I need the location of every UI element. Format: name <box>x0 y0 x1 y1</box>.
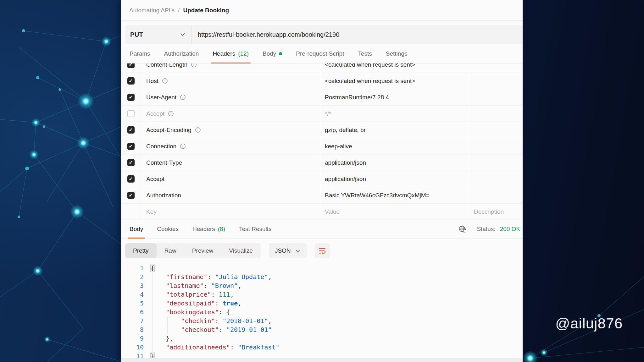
header-key-cell[interactable]: Connection <box>141 138 320 154</box>
header-checkbox[interactable]: ✓ <box>127 77 135 85</box>
tab-body[interactable]: Body <box>263 44 282 63</box>
header-key-text: Accept <box>146 110 164 117</box>
header-key-cell[interactable]: Content-Type <box>141 155 320 171</box>
tab-settings[interactable]: Settings <box>386 44 408 63</box>
header-value-cell[interactable]: <calculated when request is sent> <box>320 73 469 89</box>
line-number: 5 <box>121 299 144 308</box>
header-row: ✓Host<calculated when request is sent> <box>121 73 523 89</box>
header-checkbox[interactable]: ✓ <box>127 159 135 166</box>
info-icon <box>168 111 174 117</box>
method-dropdown[interactable]: PUT <box>125 25 192 44</box>
indent-guide <box>167 316 168 334</box>
header-checkbox[interactable]: ✓ <box>127 192 135 199</box>
header-description-cell[interactable] <box>469 171 523 187</box>
text-wrap-icon <box>318 247 326 255</box>
code-line: 2 "firstname": "Julia Update", <box>121 272 523 281</box>
tab-test-results[interactable]: Test Results <box>239 220 271 238</box>
tab-headers[interactable]: Headers(12) <box>213 44 249 63</box>
header-value-cell[interactable]: PostmanRuntime/7.28.4 <box>320 89 469 105</box>
header-key-cell[interactable]: Content-Length <box>141 63 320 73</box>
header-value-cell[interactable]: Basic YWRtaW46cGFzc3dvcmQxMjM= <box>320 187 469 203</box>
view-mode-raw[interactable]: Raw <box>157 243 184 258</box>
view-mode-preview[interactable]: Preview <box>184 243 221 258</box>
status-label: Status: <box>477 226 495 233</box>
header-key-cell[interactable]: Accept <box>141 171 320 187</box>
header-value-cell[interactable]: keep-alive <box>320 138 469 154</box>
new-header-key-input[interactable]: Key <box>141 204 320 220</box>
header-description-cell[interactable] <box>469 89 523 105</box>
header-key: Connection <box>146 143 186 150</box>
code-line: 10 "additionalneeds": "Breakfast" <box>121 343 523 352</box>
headers-table: ✓Content-Length<calculated when request … <box>121 63 523 204</box>
header-description-cell[interactable] <box>469 73 523 89</box>
header-value-cell[interactable]: application/json <box>320 171 469 187</box>
header-value-cell[interactable]: */* <box>320 106 469 122</box>
code-scrollbar-track[interactable] <box>121 358 523 362</box>
header-key-cell[interactable]: Accept-Encoding <box>141 122 320 138</box>
view-mode-visualize[interactable]: Visualize <box>221 243 261 258</box>
header-checkbox[interactable]: ✓ <box>127 175 135 183</box>
language-dropdown[interactable]: JSON <box>269 243 307 258</box>
wrap-text-button[interactable] <box>315 243 330 258</box>
view-mode-pretty[interactable]: Pretty <box>125 243 157 258</box>
tab-label: Authorization <box>164 50 199 57</box>
header-checkbox-cell: ✓ <box>121 122 141 138</box>
header-value: <calculated when request is sent> <box>325 78 415 85</box>
tab-label: Cookies <box>157 226 179 233</box>
header-description-cell[interactable] <box>469 106 523 122</box>
code-line: 9 }, <box>121 334 523 343</box>
header-key-cell[interactable]: Host <box>141 73 320 89</box>
info-icon <box>180 143 186 149</box>
header-value-cell[interactable]: application/json <box>320 155 469 171</box>
line-number: 7 <box>121 316 144 325</box>
header-value-cell[interactable]: gzip, deflate, br <box>320 122 469 138</box>
line-number: 6 <box>121 308 144 316</box>
header-description-cell[interactable] <box>469 187 523 203</box>
header-value: application/json <box>325 159 366 166</box>
header-value: application/json <box>325 176 366 183</box>
header-key-cell[interactable]: User-Agent <box>141 89 320 105</box>
header-key-text: Host <box>146 78 158 85</box>
code-lines: 1{2 "firstname": "Julia Update",3 "lastn… <box>121 264 523 360</box>
new-header-description-input[interactable]: Description <box>469 204 523 220</box>
header-key: Host <box>146 78 168 85</box>
line-number: 10 <box>121 343 144 352</box>
tab-authorization[interactable]: Authorization <box>164 44 199 63</box>
info-icon <box>162 78 168 84</box>
code-content: "lastname": "Brown", <box>151 281 242 290</box>
breadcrumb-collection[interactable]: Automating API's <box>129 7 175 14</box>
tab-cookies[interactable]: Cookies <box>157 220 179 238</box>
header-checkbox-cell: ✓ <box>121 155 141 171</box>
header-key-cell[interactable]: Authorization <box>141 187 320 203</box>
tab-pre-request-script[interactable]: Pre-request Script <box>296 44 344 63</box>
tab-params[interactable]: Params <box>130 44 150 63</box>
header-description-cell[interactable] <box>469 138 523 154</box>
globe-lock-icon[interactable] <box>458 225 467 234</box>
description-placeholder: Description <box>474 208 504 215</box>
code-content: "checkout": "2019-01-01" <box>151 325 272 334</box>
header-checkbox[interactable]: ✓ <box>127 126 135 134</box>
header-row: ✓Accept-Encodinggzip, deflate, br <box>121 122 523 138</box>
chevron-down-icon <box>180 32 186 37</box>
tab-headers[interactable]: Headers(8) <box>192 220 225 238</box>
header-checkbox[interactable] <box>127 110 135 117</box>
header-description-cell[interactable] <box>469 155 523 171</box>
breadcrumb: Automating API's / Update Booking <box>121 0 523 21</box>
tab-label: Test Results <box>239 226 271 233</box>
url-input[interactable]: https://restful-booker.herokuapp.com/boo… <box>192 25 339 44</box>
code-content: }, <box>151 334 173 343</box>
header-checkbox[interactable]: ✓ <box>127 94 135 101</box>
tab-tests[interactable]: Tests <box>358 44 372 63</box>
header-value-cell[interactable]: <calculated when request is sent> <box>320 63 469 73</box>
breadcrumb-request-name[interactable]: Update Booking <box>183 7 229 14</box>
header-checkbox[interactable]: ✓ <box>127 143 135 150</box>
header-key-text: Accept-Encoding <box>146 127 192 134</box>
code-content: "firstname": "Julia Update", <box>151 272 272 281</box>
header-key-cell[interactable]: Accept <box>141 106 320 122</box>
header-description-cell[interactable] <box>469 122 523 138</box>
tab-body[interactable]: Body <box>130 220 143 238</box>
header-description-cell[interactable] <box>469 63 523 73</box>
header-checkbox[interactable]: ✓ <box>127 63 135 68</box>
new-header-value-input[interactable]: Value <box>320 204 469 220</box>
header-key: Accept <box>146 110 174 117</box>
